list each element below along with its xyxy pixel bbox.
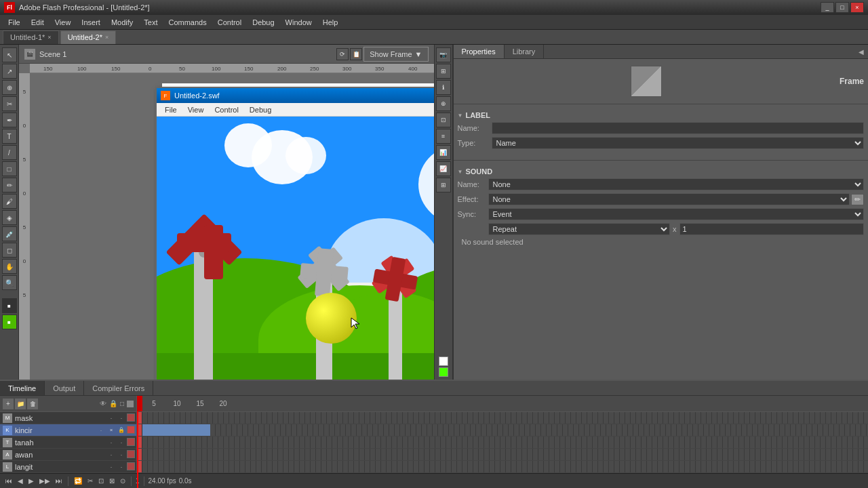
repeat-count-input[interactable] (679, 223, 865, 235)
eraser-tool[interactable]: ◻ (2, 243, 17, 258)
components-icon[interactable]: ⊡ (436, 113, 451, 127)
layer-langit[interactable]: L langit · · (0, 461, 136, 473)
sync-select[interactable]: Event (488, 208, 865, 220)
eyedrop-tool[interactable]: 💉 (2, 226, 17, 241)
sound-name-select[interactable]: None (488, 178, 865, 190)
layer-awan[interactable]: A awan · · (0, 449, 136, 461)
bar-chart-icon[interactable]: 📊 (436, 145, 451, 160)
pencil-tool[interactable]: ✏ (2, 178, 17, 192)
swf-menu-file[interactable]: File (159, 104, 182, 115)
brush-tool[interactable]: 🖌 (2, 194, 17, 209)
pen-tool[interactable]: ✒ (2, 113, 17, 127)
layer-lock-langit[interactable]: · (117, 462, 126, 472)
sound-section-header[interactable]: ▼ SOUND (458, 167, 865, 176)
tab-compiler-errors[interactable]: Compiler Errors (84, 381, 153, 395)
menu-window[interactable]: Window (280, 17, 317, 28)
delete-layer-button[interactable]: 🗑 (27, 399, 38, 409)
fill-tool[interactable]: ◈ (2, 210, 17, 225)
select-tool[interactable]: ↖ (2, 47, 17, 62)
repeat-select[interactable]: Repeat (488, 223, 671, 235)
lasso-tool[interactable]: ✂ (2, 96, 17, 111)
effect-select[interactable]: None (488, 193, 850, 205)
layer-color-awan[interactable] (127, 450, 135, 458)
layer-tanah[interactable]: T tanah · · (0, 436, 136, 449)
menu-help[interactable]: Help (317, 17, 344, 28)
color-stroke[interactable]: ■ (2, 298, 17, 313)
modify-onion-button[interactable]: ⊙ (119, 477, 127, 485)
playhead-marker[interactable] (137, 396, 142, 411)
swf-menu-view[interactable]: View (182, 104, 210, 115)
layer-lock-tanah[interactable]: · (117, 438, 126, 447)
add-folder-button[interactable]: 📁 (15, 399, 26, 409)
transform2-icon[interactable]: ⊕ (436, 96, 451, 111)
layer-vis-langit[interactable]: · (106, 462, 116, 472)
tab-timeline[interactable]: Timeline (0, 381, 45, 395)
layer-lock-kincir[interactable]: × (106, 426, 116, 435)
play-to-end-button[interactable]: ⏭ (54, 477, 64, 485)
layer-outline-kincir[interactable]: 🔒 (117, 426, 126, 435)
swf-title-bar[interactable]: F Untitled-2.swf _ □ × (157, 88, 434, 103)
layer-outline-mask[interactable] (127, 413, 135, 422)
layer-lock-mask[interactable]: · (117, 413, 126, 423)
tab-close-1[interactable]: × (47, 34, 51, 41)
minimize-button[interactable]: _ (821, 2, 834, 13)
onion-skin-button[interactable]: ⊡ (97, 477, 105, 485)
swf-menu-debug[interactable]: Debug (244, 104, 277, 115)
menu-modify[interactable]: Modify (106, 17, 138, 28)
title-bar-controls[interactable]: _ □ × (821, 2, 864, 13)
loop-button[interactable]: 🔁 (73, 477, 83, 485)
step-back-button[interactable]: ◀ (16, 477, 24, 485)
menu-debug[interactable]: Debug (247, 17, 279, 28)
hand-tool[interactable]: ✋ (2, 259, 17, 274)
maximize-button[interactable]: □ (835, 2, 849, 13)
step-forward-button[interactable]: ▶▶ (38, 477, 52, 485)
layer-vis-kincir[interactable]: · (96, 426, 106, 435)
motion-icon[interactable]: ≡ (436, 129, 451, 144)
menu-text[interactable]: Text (138, 17, 163, 28)
tab-untitled2[interactable]: Untitled-2* × (60, 30, 117, 44)
menu-view[interactable]: View (50, 17, 77, 28)
tab-output[interactable]: Output (45, 381, 84, 395)
line-tool[interactable]: / (2, 145, 17, 160)
layer-color-tanah[interactable] (127, 438, 135, 446)
type-select[interactable]: Name (492, 137, 865, 149)
green-swatch[interactable] (439, 367, 448, 377)
clip-view-icon[interactable]: 📋 (350, 48, 362, 60)
layer-color-kincir[interactable] (127, 426, 135, 434)
show-frame-button[interactable]: Show Frame ▼ (363, 47, 428, 62)
color-fill[interactable]: ■ (2, 314, 17, 329)
text-tool[interactable]: T (2, 129, 17, 144)
white-swatch[interactable] (439, 357, 448, 366)
swf-preview-window[interactable]: F Untitled-2.swf _ □ × File View Con (155, 87, 434, 380)
tab-untitled1[interactable]: Untitled-1* × (3, 30, 59, 44)
onion-outlines-button[interactable]: ⊠ (108, 477, 116, 485)
camera-icon[interactable]: 📷 (436, 47, 451, 62)
play-button[interactable]: ▶ (27, 477, 35, 485)
menu-edit[interactable]: Edit (26, 17, 50, 28)
play-to-start-button[interactable]: ⏮ (4, 477, 14, 485)
layer-vis-tanah[interactable]: · (106, 438, 116, 447)
info-icon[interactable]: ℹ (436, 80, 451, 95)
close-button[interactable]: × (850, 2, 864, 13)
layer-color-langit[interactable] (127, 462, 135, 470)
layer-vis-awan[interactable]: · (106, 450, 116, 460)
rotate-view-icon[interactable]: ⟳ (336, 48, 349, 60)
transform-tool[interactable]: ⊕ (2, 80, 17, 95)
menu-commands[interactable]: Commands (163, 17, 212, 28)
panel-collapse-icon[interactable]: ◀ (854, 45, 868, 58)
menu-insert[interactable]: Insert (76, 17, 106, 28)
layer-mask[interactable]: M mask · · (0, 412, 136, 424)
tab-properties[interactable]: Properties (454, 45, 505, 58)
menu-file[interactable]: File (3, 17, 26, 28)
align-icon[interactable]: ⊞ (436, 64, 451, 79)
grid-icon[interactable]: ⊞ (436, 178, 451, 192)
label-section-header[interactable]: ▼ LABEL (458, 111, 865, 119)
layer-lock-awan[interactable]: · (117, 450, 126, 460)
menu-control[interactable]: Control (212, 17, 247, 28)
tab-close-2[interactable]: × (105, 34, 108, 41)
name-input[interactable] (492, 122, 865, 134)
subselect-tool[interactable]: ↗ (2, 64, 17, 79)
layer-vis-mask[interactable]: · (106, 413, 116, 423)
add-layer-button[interactable]: + (3, 399, 14, 409)
swf-menu-control[interactable]: Control (209, 104, 243, 115)
